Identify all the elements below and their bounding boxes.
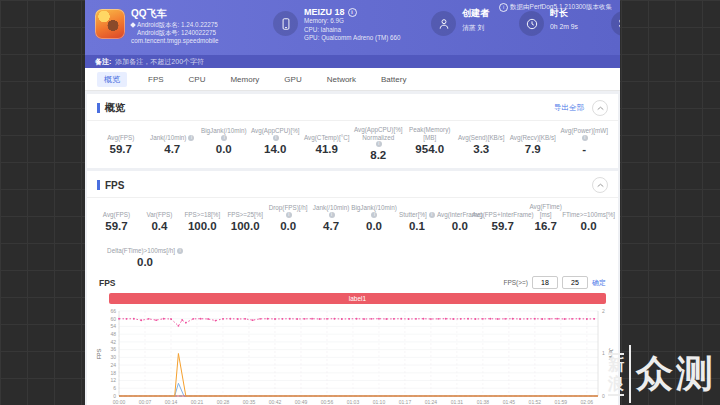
stat-label: Var(FPS)i	[138, 203, 181, 218]
device-name: MEIZU 18	[304, 7, 345, 17]
clock-icon	[519, 11, 544, 36]
stat-value: 0.1	[395, 220, 438, 232]
stat-label: Avg(AppCPU)[%]i	[250, 126, 302, 141]
stat-value: 0.4	[138, 220, 181, 232]
stat-label: Avg(FPS)i	[95, 126, 147, 141]
stat-item: Delta(FTime)>100ms[/h]i 0.0	[95, 239, 195, 268]
svg-text:12: 12	[110, 377, 116, 383]
info-icon[interactable]: i	[582, 135, 588, 141]
info-icon[interactable]: i	[286, 212, 292, 218]
fps-threshold-input-2[interactable]	[562, 276, 588, 289]
stat-item: Avg(Recv)[KB/s]i 7.9	[507, 126, 559, 161]
stat-label: Delta(FTime)>100ms[/h]i	[95, 239, 195, 254]
svg-text:01:24: 01:24	[425, 399, 438, 405]
threshold-confirm-button[interactable]: 确定	[592, 278, 606, 288]
export-all-link[interactable]: 导出全部	[554, 103, 584, 113]
stat-value: 59.7	[95, 220, 138, 232]
stat-value: 7.9	[507, 143, 559, 155]
svg-text:FPS: FPS	[96, 348, 102, 359]
svg-text:01:52: 01:52	[529, 399, 542, 405]
tab[interactable]: FPS	[144, 73, 168, 86]
svg-text:01:17: 01:17	[399, 399, 412, 405]
overview-title: 概览	[97, 101, 125, 115]
stat-item: Drop(FPS)[/h]i 0.0	[267, 203, 310, 232]
device-gpu: GPU: Qualcomm Adreno (TM) 660	[304, 34, 401, 43]
collector-note: i 数据由PerfDog5.1.210300版本收集	[499, 3, 612, 12]
stat-label: Peak(Memory)[MB]i	[404, 126, 456, 141]
svg-text:01:38: 01:38	[477, 399, 490, 405]
info-icon[interactable]: i	[177, 248, 183, 254]
app-version-code: Android版本号: 1240022275	[137, 29, 216, 37]
stat-value: 0.0	[438, 220, 481, 232]
svg-text:2: 2	[602, 308, 605, 314]
watermark-bar	[608, 353, 624, 355]
watermark-name: 众测	[636, 345, 716, 403]
threshold-label: FPS(>=)	[503, 279, 528, 286]
overview-stats-row: Avg(FPS)i 59.7 Jank(/10min)i 4.7 BigJank…	[87, 121, 618, 168]
stat-value: 4.7	[147, 143, 199, 155]
watermark-brand-top: 新	[608, 356, 624, 374]
fps-line-chart[interactable]: 061218243036424854606600:0000:0700:1400:…	[95, 306, 614, 405]
collapse-button[interactable]	[592, 177, 608, 193]
svg-text:42: 42	[110, 339, 116, 345]
tab[interactable]: 概览	[97, 72, 127, 87]
info-icon[interactable]: i	[348, 8, 357, 17]
tab[interactable]: Network	[323, 73, 360, 86]
watermark-bar	[608, 394, 624, 396]
svg-text:00:07: 00:07	[139, 399, 152, 405]
user-icon	[431, 11, 456, 36]
stat-value: 3.3	[456, 143, 508, 155]
stat-item: Stutter[%]i 0.1	[395, 203, 438, 232]
info-icon[interactable]: i	[376, 141, 382, 147]
collector-note-text: 数据由PerfDog5.1.210300版本收集	[510, 3, 612, 12]
info-icon[interactable]: i	[273, 135, 279, 141]
note-bar[interactable]: 备注: 添加备注，不超过200个字符	[85, 55, 620, 68]
stat-item: Avg(FPS+InterFrame)i 59.7	[481, 203, 524, 232]
stat-item: Avg(Send)[KB/s]i 3.3	[456, 126, 508, 161]
creator-value: 清蒸 刘	[462, 23, 489, 33]
info-icon[interactable]: i	[429, 212, 435, 218]
svg-text:1: 1	[602, 350, 605, 356]
chart-selection-band[interactable]: label1	[109, 293, 606, 304]
svg-text:24: 24	[110, 362, 116, 368]
svg-text:01:10: 01:10	[373, 399, 386, 405]
tab[interactable]: Memory	[226, 73, 263, 86]
stat-item: Jank(/10min)i 4.7	[147, 126, 199, 161]
info-icon[interactable]: i	[221, 135, 227, 141]
upload-info: 上传时间 26/03/2021 21:08:40	[611, 7, 620, 36]
device-cpu: CPU: lahaina	[304, 26, 401, 35]
stat-item: Avg(FPS)i 59.7	[95, 203, 138, 232]
stat-value: 954.0	[404, 143, 456, 155]
fps-card: FPS Avg(FPS)i 59.7 Var(FPS)	[87, 171, 618, 405]
watermark-separator	[629, 345, 631, 403]
stat-label: Avg(CTemp)[°C]i	[301, 126, 353, 141]
stat-label: Avg(FTime)[ms]i	[524, 203, 567, 218]
stat-label: Avg(Recv)[KB/s]i	[507, 126, 559, 141]
phone-icon	[273, 11, 298, 36]
stat-label: Drop(FPS)[/h]i	[267, 203, 310, 218]
watermark: 新 浪 众测	[608, 345, 716, 403]
stat-value: 59.7	[481, 220, 524, 232]
stat-value: 100.0	[181, 220, 224, 232]
tab[interactable]: CPU	[185, 73, 210, 86]
collapse-button[interactable]	[592, 100, 608, 116]
info-icon[interactable]: i	[329, 212, 335, 218]
stat-item: Var(FPS)i 0.4	[138, 203, 181, 232]
fps-stats-row: Avg(FPS)i 59.7 Var(FPS)i 0.4 FPS>=18[%]i	[87, 198, 618, 239]
svg-text:18: 18	[110, 370, 116, 376]
tab[interactable]: Battery	[377, 73, 410, 86]
tab[interactable]: GPU	[280, 73, 305, 86]
note-placeholder: 添加备注，不超过200个字符	[115, 55, 204, 68]
stat-item: Avg(FPS)i 59.7	[95, 126, 147, 161]
svg-text:00:21: 00:21	[191, 399, 204, 405]
info-icon[interactable]: i	[188, 135, 194, 141]
stat-label: Avg(Power)[mW]i	[559, 126, 611, 141]
fps-threshold-input-1[interactable]	[532, 276, 558, 289]
info-icon[interactable]: i	[371, 212, 377, 218]
svg-text:00:35: 00:35	[243, 399, 256, 405]
stat-label: Avg(FPS)i	[95, 203, 138, 218]
stat-value: 4.7	[310, 220, 353, 232]
svg-text:02:06: 02:06	[581, 399, 594, 405]
stat-value: 100.0	[224, 220, 267, 232]
stat-value: -	[559, 143, 611, 155]
